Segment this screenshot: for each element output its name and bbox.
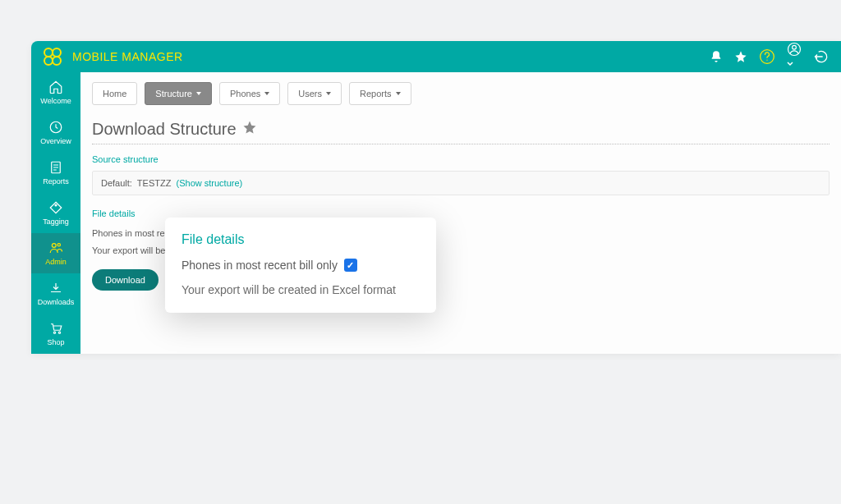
user-icon[interactable]	[787, 42, 802, 71]
checkbox-checked-icon[interactable]: ✓	[344, 259, 357, 272]
svg-point-13	[53, 332, 55, 333]
popup-export-note: Your export will be created in Excel for…	[182, 283, 420, 296]
app-title: MOBILE MANAGER	[72, 50, 183, 63]
show-structure-link[interactable]: (Show structure)	[177, 178, 243, 188]
ee-logo	[43, 47, 62, 66]
svg-point-1	[53, 48, 61, 57]
tab-home[interactable]: Home	[92, 82, 137, 105]
admin-icon	[48, 241, 63, 255]
app-header: MOBILE MANAGER	[31, 41, 841, 72]
page-title: Download Structure	[92, 120, 830, 139]
default-structure-row: Default: TESTZZ (Show structure)	[92, 171, 830, 195]
content-area: Home Structure Phones Users Reports Down…	[80, 72, 841, 354]
tab-users[interactable]: Users	[287, 82, 342, 105]
svg-point-14	[58, 332, 60, 333]
svg-point-12	[57, 244, 60, 246]
chevron-down-icon	[196, 92, 201, 95]
sidebar-item-overview[interactable]: Overview	[31, 112, 80, 153]
sidebar-item-tagging[interactable]: Tagging	[31, 193, 80, 233]
sidebar: Welcome Overview Reports Tagging Admin D…	[31, 72, 80, 354]
sidebar-item-downloads[interactable]: Downloads	[31, 273, 80, 314]
chevron-down-icon	[326, 92, 331, 95]
svg-point-10	[55, 204, 57, 206]
svg-point-11	[52, 244, 56, 248]
star-icon[interactable]	[734, 50, 747, 63]
tab-bar: Home Structure Phones Users Reports	[92, 82, 830, 105]
popup-checkbox-label: Phones in most recent bill only	[182, 259, 338, 272]
tab-phones[interactable]: Phones	[219, 82, 280, 105]
svg-point-2	[44, 57, 53, 65]
sidebar-item-welcome[interactable]: Welcome	[31, 72, 80, 112]
tab-structure[interactable]: Structure	[145, 82, 212, 105]
favorite-star-icon[interactable]	[242, 120, 257, 139]
help-icon[interactable]	[759, 48, 775, 65]
svg-point-7	[793, 45, 797, 49]
cart-icon	[48, 321, 63, 336]
svg-point-5	[766, 60, 767, 61]
home-icon	[48, 80, 63, 94]
sidebar-item-admin[interactable]: Admin	[31, 233, 80, 273]
divider	[92, 144, 830, 144]
popup-title: File details	[182, 232, 420, 247]
popup-checkbox-row[interactable]: Phones in most recent bill only ✓	[182, 259, 420, 272]
clock-icon	[48, 120, 63, 135]
chevron-down-icon	[264, 92, 269, 95]
document-icon	[48, 160, 63, 175]
chevron-down-icon	[396, 92, 401, 95]
source-structure-label: Source structure	[92, 154, 830, 164]
download-icon	[48, 281, 63, 296]
svg-point-3	[53, 57, 61, 65]
bell-icon[interactable]	[710, 50, 723, 63]
sidebar-item-reports[interactable]: Reports	[31, 153, 80, 193]
sidebar-item-shop[interactable]: Shop	[31, 314, 80, 354]
svg-point-0	[44, 48, 53, 57]
tag-icon	[48, 200, 63, 215]
download-button[interactable]: Download	[92, 269, 159, 291]
tab-reports[interactable]: Reports	[349, 82, 411, 105]
logout-icon[interactable]	[813, 48, 830, 65]
file-details-popup: File details Phones in most recent bill …	[165, 218, 436, 313]
